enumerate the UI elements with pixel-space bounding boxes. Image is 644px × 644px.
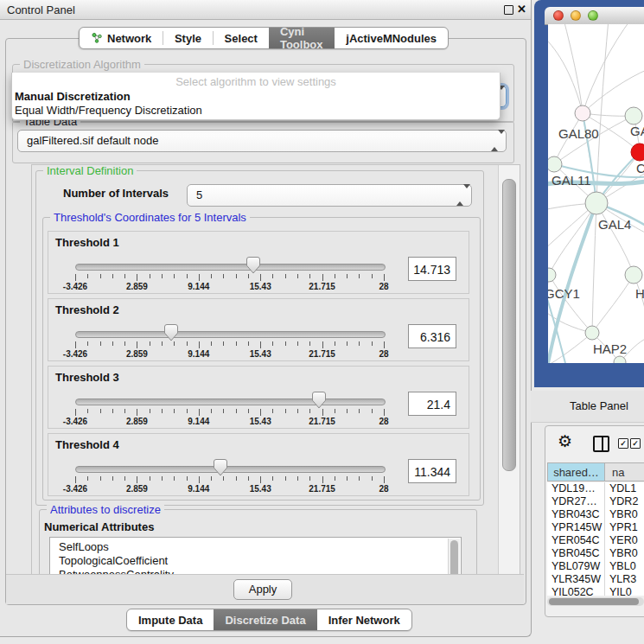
threshold-value-field[interactable]: 11.344 — [408, 459, 456, 483]
tick-label: 15.43 — [238, 349, 283, 359]
threshold-slider[interactable]: -3.4262.8599.14415.4321.71528 — [48, 434, 411, 495]
threshold-row: Threshold 4-3.4262.8599.14415.4321.71528… — [48, 433, 469, 496]
tab-discretize-data[interactable]: Discretize Data — [214, 609, 316, 630]
tick-label: 21.715 — [300, 417, 345, 426]
threshold-slider[interactable]: -3.4262.8599.14415.4321.71528 — [48, 299, 411, 360]
table-row[interactable]: YDR27…YDR2 — [547, 495, 644, 508]
tab-label: Select — [225, 32, 258, 45]
apply-button[interactable]: Apply — [233, 579, 292, 600]
network-edge — [583, 69, 644, 113]
network-node-gal80[interactable] — [575, 105, 590, 121]
network-edge — [596, 24, 609, 203]
network-node-ga[interactable] — [625, 107, 642, 124]
number-of-intervals-label: Number of Intervals — [63, 187, 169, 200]
numerical-attributes-list[interactable]: SelfLoopsTopologicalCoefficientBetweenne… — [49, 537, 462, 576]
table-data-combobox[interactable]: galFiltered.sif default node — [17, 130, 507, 152]
slider-handle[interactable] — [164, 324, 178, 341]
table-hscrollbar-thumb[interactable] — [549, 598, 639, 605]
table-row[interactable]: YPR145WYPR1 — [547, 521, 644, 534]
checkbox-icon[interactable]: ✓ — [630, 438, 641, 449]
node-label: HAP2 — [593, 341, 627, 356]
table-row[interactable]: YBR043CYBR0 — [547, 508, 644, 521]
table-row[interactable]: YLR345WYLR3 — [547, 573, 644, 586]
cell-shared-name: YIL052C — [552, 586, 594, 596]
network-node-c[interactable] — [631, 143, 644, 161]
cell-shared-name: YBR045C — [552, 547, 600, 560]
tab-label: Style — [175, 32, 201, 45]
column-header-shared[interactable]: shared… — [547, 462, 605, 481]
network-icon — [91, 32, 103, 44]
tick-label: 9.144 — [176, 417, 221, 426]
cell-shared-name: YPR145W — [552, 521, 602, 534]
list-scrollbar[interactable] — [448, 539, 460, 576]
slider-handle[interactable] — [246, 257, 260, 274]
network-edge — [592, 203, 596, 333]
threshold-slider[interactable]: -3.4262.8599.14415.4321.71528 — [48, 367, 411, 428]
tick-label: 28 — [361, 417, 406, 426]
network-node-hap2[interactable] — [585, 326, 599, 340]
tab-network[interactable]: Network — [80, 28, 163, 48]
settings-scroll-panel: Interval Definition Number of Intervals … — [31, 164, 520, 576]
table-row[interactable]: YBR045CYBR0 — [547, 547, 644, 560]
panel-scrollbar-thumb[interactable] — [502, 179, 516, 471]
tab-impute-data[interactable]: Impute Data — [127, 609, 214, 630]
number-of-intervals-combobox[interactable]: 5 — [187, 184, 472, 207]
network-node-gal4[interactable] — [585, 192, 608, 214]
slider-handle[interactable] — [312, 392, 326, 409]
table-row[interactable]: YBL079WYBL0 — [547, 560, 644, 573]
threshold-value-field[interactable]: 6.316 — [408, 324, 456, 348]
column-header-name[interactable]: na — [604, 462, 644, 481]
network-node-h[interactable] — [625, 266, 642, 284]
tick-label: 21.715 — [300, 282, 345, 291]
split-columns-icon[interactable] — [593, 436, 609, 452]
slider-track[interactable] — [75, 264, 386, 271]
tick-label: 2.859 — [114, 484, 159, 494]
tick-label: -3.426 — [53, 349, 98, 359]
network-node-gcy1[interactable] — [548, 268, 556, 282]
combo-spinner-icon — [491, 131, 498, 151]
tick-label: 15.43 — [238, 417, 283, 426]
minimize-traffic-light-icon[interactable] — [571, 10, 581, 21]
table-row[interactable]: YDL19…YDL1 — [547, 482, 644, 495]
node-label: GAL11 — [552, 173, 591, 188]
tab-jactivemnodules[interactable]: jActiveMNodules — [335, 28, 448, 48]
settings-gear-icon[interactable]: ⚙ — [558, 433, 572, 450]
list-item[interactable]: SelfLoops — [50, 540, 461, 554]
threshold-value-field[interactable]: 21.4 — [408, 392, 456, 416]
bottom-tab-bar: Impute DataDiscretize DataInfer Network — [126, 609, 412, 631]
node-table[interactable]: YDL19…YDL1YDR27…YDR2YBR043CYBR0YPR145WYP… — [547, 482, 644, 596]
close-icon[interactable]: ✕ — [517, 3, 526, 16]
tab-cyni-toolbox[interactable]: Cyni Toolbox — [269, 28, 335, 48]
zoom-traffic-light-icon[interactable] — [588, 10, 598, 21]
table-panel-title: Table Panel — [570, 399, 628, 412]
tab-select[interactable]: Select — [214, 28, 269, 48]
threshold-value-field[interactable]: 14.713 — [408, 257, 456, 281]
slider-track[interactable] — [75, 399, 386, 405]
cell-shared-name: YBL079W — [552, 560, 600, 573]
cell-shared-name: YDL19… — [552, 482, 596, 495]
slider-handle[interactable] — [214, 459, 227, 476]
close-traffic-light-icon[interactable] — [553, 10, 564, 21]
panel-scrollbar[interactable] — [498, 165, 520, 575]
table-row[interactable]: YER054CYER0 — [547, 534, 644, 547]
threshold-slider[interactable]: -3.4262.8599.14415.4321.71528 — [48, 232, 411, 293]
slider-track[interactable] — [75, 466, 386, 473]
tab-style[interactable]: Style — [163, 28, 213, 48]
tick-label: 2.859 — [114, 349, 159, 359]
tab-infer-network[interactable]: Infer Network — [317, 609, 411, 630]
slider-track[interactable] — [75, 331, 386, 338]
control-panel-window: Control Panel ✕ Discretization Algorithm… — [0, 0, 532, 637]
node-label: GCY1 — [548, 286, 580, 301]
tick-label: 2.859 — [114, 417, 159, 426]
tab-label: Cyni Toolbox — [280, 27, 323, 49]
network-node-gal11[interactable] — [548, 156, 562, 172]
screen: Control Panel ✕ Discretization Algorithm… — [0, 0, 644, 644]
checkbox-icon[interactable]: ✓ — [618, 438, 628, 449]
tick-label: 28 — [361, 282, 406, 291]
list-item[interactable]: TopologicalCoefficient — [50, 554, 461, 568]
dropdown-item-equal-width-frequency-discretization[interactable]: Equal Width/Frequency Discretization — [15, 104, 202, 118]
float-window-icon[interactable] — [504, 5, 513, 15]
dropdown-item-manual-discretization[interactable]: Manual Discretization — [15, 90, 131, 104]
network-canvas[interactable]: GAL80GACGAL11GAL4GCY1HHAP2 — [548, 24, 644, 363]
table-row[interactable]: YIL052CYIL0 — [547, 586, 644, 596]
